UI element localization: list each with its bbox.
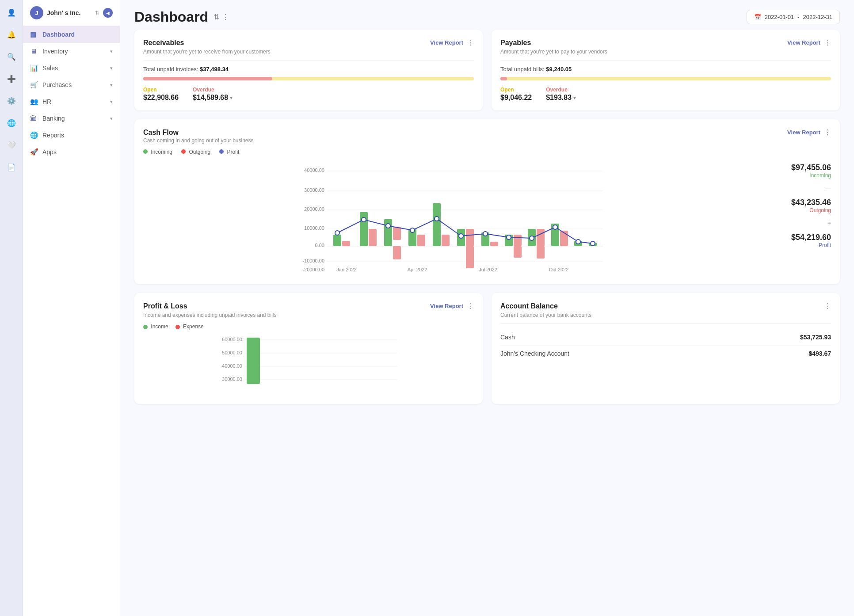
apps-icon: 🚀 <box>30 148 38 156</box>
svg-text:0.00: 0.00 <box>315 243 324 248</box>
payables-overdue-bar <box>500 77 507 80</box>
search-icon[interactable]: 🔍 <box>4 49 19 64</box>
svg-rect-34 <box>537 246 545 259</box>
doc-icon[interactable]: 📄 <box>4 160 19 174</box>
globe-icon[interactable]: 🌐 <box>4 116 19 130</box>
receivables-header: Receivables View Report ⋮ <box>143 38 474 47</box>
cash-flow-chart: 40000.00 30000.00 20000.00 10000.00 0.00… <box>143 159 771 275</box>
outgoing-value: $43,235.46 <box>778 198 831 207</box>
pl-legend: Income Expense <box>143 323 474 330</box>
pl-view-report[interactable]: View Report <box>430 303 463 309</box>
svg-point-41 <box>386 224 390 228</box>
sidebar-item-inventory[interactable]: 🖥 Inventory ▾ <box>23 43 120 60</box>
bottom-cards-row: Profit & Loss View Report ⋮ Income and e… <box>134 293 840 404</box>
svg-rect-26 <box>466 246 474 268</box>
payables-total-value: $9,240.05 <box>546 66 572 72</box>
svg-point-48 <box>553 225 557 229</box>
svg-text:50000.00: 50000.00 <box>222 350 242 355</box>
bell-icon[interactable]: 🔔 <box>4 27 19 42</box>
date-range-picker[interactable]: 📅 2022-01-01 - 2022-12-31 <box>747 10 840 24</box>
sidebar-item-label: Purchases <box>42 81 72 88</box>
payables-card: Payables View Report ⋮ Amount that you'r… <box>492 30 840 110</box>
payables-progress-bar <box>500 77 831 80</box>
payables-subtitle: Amount that you're yet to pay to your ve… <box>500 49 831 55</box>
svg-text:-10000.00: -10000.00 <box>302 258 324 263</box>
incoming-legend: Incoming <box>143 149 172 155</box>
receivables-total: Total unpaid invoices: $37,498.34 <box>143 66 474 72</box>
svg-point-42 <box>410 228 415 232</box>
incoming-value: $97,455.06 <box>778 163 831 172</box>
sidebar-item-banking[interactable]: 🏛 Banking ▾ <box>23 110 120 127</box>
open-value: $22,908.66 <box>143 94 179 102</box>
svg-text:Apr 2022: Apr 2022 <box>408 267 427 272</box>
cash-flow-card: Cash Flow View Report ⋮ Cash coming in a… <box>134 119 840 284</box>
sidebar-item-apps[interactable]: 🚀 Apps <box>23 144 120 160</box>
cash-flow-more-icon[interactable]: ⋮ <box>824 128 831 137</box>
page-title: Dashboard <box>134 9 208 25</box>
svg-rect-21 <box>417 235 425 246</box>
svg-text:Jul 2022: Jul 2022 <box>479 267 497 272</box>
svg-rect-22 <box>433 203 441 246</box>
chevron-down-icon: ▾ <box>110 82 113 88</box>
svg-rect-31 <box>514 246 522 258</box>
user-icon[interactable]: 👤 <box>4 5 19 19</box>
svg-text:Jan 2022: Jan 2022 <box>336 267 356 272</box>
receivables-card: Receivables View Report ⋮ Amount that yo… <box>134 30 483 110</box>
cash-flow-title: Cash Flow <box>143 129 787 137</box>
svg-rect-63 <box>247 338 260 384</box>
cash-flow-header: Cash Flow View Report ⋮ <box>143 128 831 137</box>
svg-point-49 <box>576 240 580 244</box>
payables-more-icon[interactable]: ⋮ <box>824 38 831 47</box>
inventory-icon: 🖥 <box>30 47 38 55</box>
sidebar-item-label: Reports <box>42 132 64 139</box>
open-label: Open <box>500 87 532 93</box>
cash-flow-body: 40000.00 30000.00 20000.00 10000.00 0.00… <box>143 159 831 275</box>
sidebar-item-purchases[interactable]: 🛒 Purchases ▾ <box>23 76 120 93</box>
pl-svg: 60000.00 50000.00 40000.00 30000.00 <box>143 333 474 395</box>
more-options-icon[interactable]: ⋮ <box>222 13 229 21</box>
sidebar-item-sales[interactable]: 📊 Sales ▾ <box>23 60 120 76</box>
date-separator: - <box>797 14 799 20</box>
svg-point-46 <box>507 235 511 240</box>
sort-icon[interactable]: ⇅ <box>214 13 219 21</box>
banking-icon: 🏛 <box>30 114 38 122</box>
chevron-down-icon: ▾ <box>110 99 113 105</box>
pl-subtitle: Income and expenses including unpaid inv… <box>143 312 474 318</box>
ab-header: Account Balance ⋮ <box>500 302 831 310</box>
sidebar-item-reports[interactable]: 🌐 Reports <box>23 127 120 144</box>
settings-icon[interactable]: ⚙️ <box>4 94 19 108</box>
heart-icon[interactable]: 🤍 <box>4 138 19 152</box>
ab-more-icon[interactable]: ⋮ <box>824 302 831 310</box>
company-switcher-arrows[interactable]: ⇅ <box>95 10 99 16</box>
svg-rect-13 <box>333 235 341 246</box>
sidebar-header: J John' s Inc. ⇅ ◀ <box>23 0 120 26</box>
receivables-view-report[interactable]: View Report <box>430 39 463 46</box>
plus-icon[interactable]: ➕ <box>4 72 19 86</box>
account-row-checking: John's Checking Account $493.67 <box>500 346 831 361</box>
payables-view-report[interactable]: View Report <box>787 39 820 46</box>
receivables-more-icon[interactable]: ⋮ <box>467 38 474 47</box>
sidebar-item-hr[interactable]: 👥 HR ▾ <box>23 93 120 110</box>
sidebar-item-label: Apps <box>42 148 57 156</box>
payables-header: Payables View Report ⋮ <box>500 38 831 47</box>
icon-rail: 👤 🔔 🔍 ➕ ⚙️ 🌐 🤍 📄 <box>0 0 23 616</box>
overdue-dropdown-icon[interactable]: ▾ <box>573 95 576 101</box>
profit-value: $54,219.60 <box>778 233 831 242</box>
expense-legend: Expense <box>175 323 204 330</box>
cash-flow-svg: 40000.00 30000.00 20000.00 10000.00 0.00… <box>143 159 771 274</box>
sidebar-item-dashboard[interactable]: ▦ Dashboard <box>23 26 120 43</box>
overdue-dropdown-icon[interactable]: ▾ <box>230 95 233 101</box>
svg-point-44 <box>459 234 463 238</box>
cash-flow-subtitle: Cash coming in and going out of your bus… <box>143 137 831 144</box>
cash-flow-view-report[interactable]: View Report <box>787 129 820 136</box>
ab-subtitle: Current balance of your bank accounts <box>500 312 831 318</box>
svg-rect-19 <box>393 246 401 259</box>
expense-dot <box>175 325 180 329</box>
pl-chart: 60000.00 50000.00 40000.00 30000.00 <box>143 333 474 395</box>
payables-open-block: Open $9,046.22 <box>500 87 532 102</box>
profit-dot <box>219 149 224 154</box>
income-dot <box>143 325 148 329</box>
pl-more-icon[interactable]: ⋮ <box>467 302 474 310</box>
svg-rect-30 <box>514 235 522 246</box>
payables-amounts: Open $9,046.22 Overdue $193.83 ▾ <box>500 87 831 102</box>
